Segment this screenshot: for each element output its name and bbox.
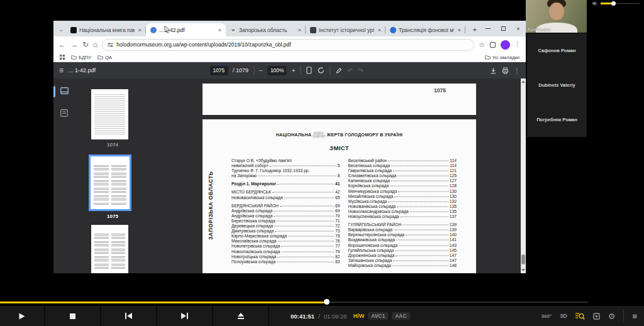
back-icon[interactable]: ← xyxy=(58,41,66,48)
home-icon[interactable]: ⌂ xyxy=(93,41,97,48)
page-thumbnail-1074[interactable] xyxy=(91,89,128,139)
toc-entry: БЕРДЯНСЬКИЙ РАЙОН69 xyxy=(231,204,340,209)
toc-entry: Деревецька сільрада72 xyxy=(231,224,340,229)
toc-entry: Веселівська сільрада114 xyxy=(348,163,457,168)
profile-avatar[interactable] xyxy=(501,40,510,50)
pdf-scrollbar[interactable] xyxy=(521,79,526,273)
toc-entry: Варварівська сільрада139 xyxy=(348,227,457,232)
close-window-button[interactable]: × xyxy=(511,21,526,36)
seek-bar[interactable] xyxy=(0,299,644,305)
zoom-out-icon[interactable]: − xyxy=(259,67,263,74)
toc-entry: Гаврилівська сільрада121 xyxy=(348,168,457,173)
audio-codec-badge: AAC xyxy=(392,312,409,320)
browser-tab[interactable]: Національна книга пам'ят× xyxy=(66,23,146,36)
tab-close-icon[interactable]: × xyxy=(297,27,303,33)
undo-icon[interactable]: ↶ xyxy=(348,67,353,74)
toc-entry: Новоолександрівська сільрада135 xyxy=(348,209,457,214)
folder-icon xyxy=(97,55,103,60)
toc-entry: Миколаївська сільрада76 xyxy=(231,239,340,244)
video-360-icon[interactable]: 360° xyxy=(541,313,552,319)
play-button[interactable] xyxy=(0,306,45,326)
toc-entry: Ворошиловська сільрада143 xyxy=(348,243,457,248)
browser-menu-kebab-icon[interactable]: ⋮ xyxy=(514,41,521,48)
tab-close-icon[interactable]: × xyxy=(137,27,143,33)
participant-tile: Сафонов Роман xyxy=(527,33,587,68)
hw-decoder-badge[interactable]: H/W xyxy=(353,313,365,319)
bookmark-folder-bdpu[interactable]: БДПУ xyxy=(71,55,91,60)
address-bar[interactable]: holodomormuseum.org.ua/wp-content/upload… xyxy=(102,39,474,51)
webcam-tile: Юрій Федорик xyxy=(526,0,587,33)
previous-button[interactable] xyxy=(101,306,157,326)
playlist-menu-icon[interactable]: ≡ xyxy=(632,312,637,321)
tab-title: Інститут історичної урбан xyxy=(319,27,374,33)
new-tab-button[interactable]: + xyxy=(469,24,480,35)
document-outline-icon[interactable] xyxy=(60,109,68,117)
time-display: 00:41:51 / 01:09:26 H/W AVC1 AAC xyxy=(291,306,410,326)
seek-thumb[interactable] xyxy=(324,299,330,305)
browser-tab[interactable]: ... 1-42.pdf× xyxy=(146,23,226,36)
pdf-menu-hamburger-icon[interactable]: ≡ xyxy=(59,66,64,75)
divider xyxy=(301,66,301,75)
annotate-pen-icon[interactable] xyxy=(336,67,343,74)
site-info-tune-icon[interactable] xyxy=(108,42,113,48)
browser-tab[interactable]: Трансляція фонової муз× xyxy=(386,23,465,36)
tab-close-icon[interactable]: × xyxy=(217,27,223,33)
black-book-favicon-icon xyxy=(70,27,77,33)
zoom-level-value[interactable]: 100% xyxy=(268,66,287,75)
toc-entry: Полоузівська сільрада83 xyxy=(231,259,340,264)
settings-gear-icon[interactable]: ⚙ xyxy=(608,312,616,320)
capture-frame-icon[interactable] xyxy=(593,313,600,320)
print-icon[interactable] xyxy=(502,67,509,74)
scrollbar-thumb[interactable] xyxy=(521,254,525,264)
toc-entry: Верхньотерсянська сільрада140 xyxy=(348,232,457,237)
tab-close-icon[interactable]: × xyxy=(377,27,382,33)
toc-entry: ГУЛЯЙПІЛЬСЬКИЙ РАЙОН139 xyxy=(348,222,457,227)
pdf-page-contents: НАЦІОНАЛЬНАКНИГАПАМ'ЯТІЖЕРТВ ГОЛОДОМОРУ … xyxy=(203,119,476,273)
volume-slider[interactable] xyxy=(601,1,640,6)
folder-icon xyxy=(71,55,77,60)
tab-title: Трансляція фонової муз xyxy=(399,27,454,33)
scroll-down-arrow-icon[interactable] xyxy=(521,269,525,271)
speaker-icon[interactable] xyxy=(592,1,599,6)
toc-entry: Новоуспенівська сільрада137 xyxy=(348,214,457,219)
eject-button[interactable] xyxy=(213,306,269,326)
download-icon[interactable] xyxy=(490,67,497,74)
toc-entry: Затишанська сільрада147 xyxy=(348,258,457,263)
forward-icon[interactable]: → xyxy=(70,41,78,48)
pdf-toolbar: ≡ ... 1-42.pdf 1075 / 1079 − 100% + xyxy=(53,62,526,79)
redo-icon[interactable]: ↷ xyxy=(358,67,363,74)
page-thumbnail-1075-selected[interactable] xyxy=(91,156,130,209)
playlist-search-icon[interactable] xyxy=(575,312,585,320)
browser-tab[interactable]: Інститут історичної урбан× xyxy=(306,23,386,36)
printed-page-number: 1075 xyxy=(434,87,446,94)
next-button[interactable] xyxy=(157,306,213,326)
pdf-more-kebab-icon[interactable]: ⋮ xyxy=(514,67,520,74)
toc-entry: Дорожнянська сільрада147 xyxy=(348,253,457,258)
tab-close-icon[interactable]: × xyxy=(457,27,462,33)
fit-page-icon[interactable] xyxy=(306,67,313,74)
toc-entry: Єлизаветівська сільрада125 xyxy=(348,173,457,178)
video-3d-icon[interactable]: 3D xyxy=(560,313,567,319)
tab-search-chevron-icon[interactable]: ⌄ xyxy=(56,23,66,36)
minimize-button[interactable] xyxy=(480,21,496,36)
bookmark-folder-qa[interactable]: QA xyxy=(97,55,112,60)
thumbnails-view-icon[interactable] xyxy=(60,87,69,94)
thumbnail-label: 1075 xyxy=(75,214,150,219)
bookmark-star-icon[interactable]: ☆ xyxy=(479,41,485,48)
browser-tab[interactable]: WЗапорізька область× xyxy=(226,23,306,36)
toc-entry: Корніївська сільрада128 xyxy=(348,183,457,188)
volume-thumb[interactable] xyxy=(611,1,616,6)
page-thumbnail-next[interactable] xyxy=(91,225,128,273)
scroll-up-arrow-icon[interactable] xyxy=(521,80,525,83)
zoom-in-icon[interactable]: + xyxy=(292,67,296,74)
all-bookmarks-folder[interactable]: Усі закладки xyxy=(485,55,519,60)
toc-entry: невигасний собор»5 xyxy=(231,163,340,168)
apps-grid-icon[interactable] xyxy=(60,55,65,60)
page-number-input[interactable]: 1075 xyxy=(210,66,228,75)
extensions-icon[interactable] xyxy=(489,41,496,48)
reload-icon[interactable]: ↻ xyxy=(82,41,89,48)
stop-button[interactable] xyxy=(45,306,101,326)
toc-entry: Дмитрівська сільрада73 xyxy=(231,229,340,234)
maximize-button[interactable] xyxy=(496,21,511,36)
rotate-icon[interactable] xyxy=(318,67,325,74)
